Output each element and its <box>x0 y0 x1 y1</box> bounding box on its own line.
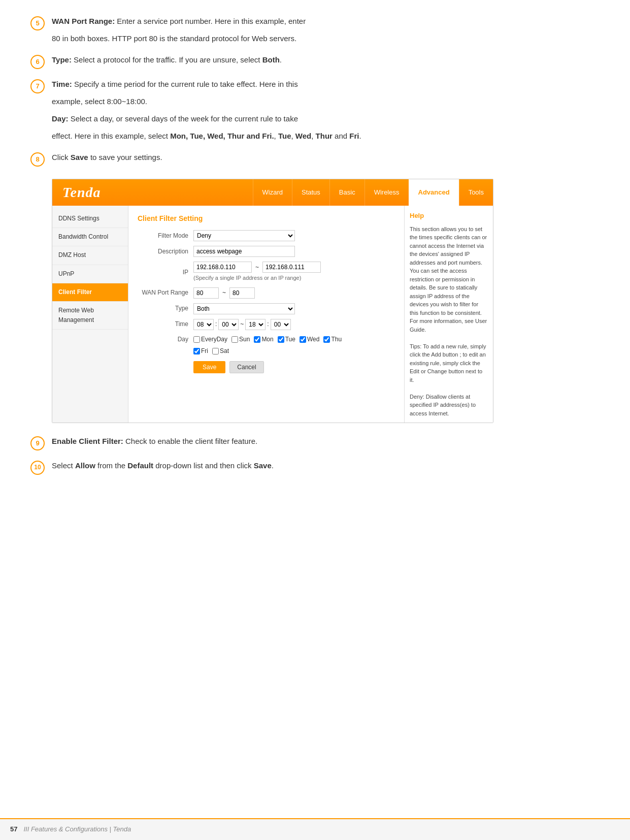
day-everyday-checkbox[interactable] <box>193 336 200 343</box>
day-mon-label: Mon <box>261 335 273 344</box>
wan-tilde: ~ <box>222 288 226 298</box>
router-body: DDNS Settings Bandwidth Control DMZ Host… <box>52 206 493 423</box>
button-row: Save Cancel <box>193 361 395 373</box>
day-sun-checkbox[interactable] <box>231 336 238 343</box>
step-9: 9 Enable Client Filter: Check to enable … <box>30 435 600 450</box>
ip-from-input[interactable] <box>193 262 252 273</box>
page: 5 WAN Port Range: Enter a service port n… <box>0 0 630 840</box>
step-7-text2: example, select 8:00~18:00. <box>52 95 600 108</box>
time-h1-select[interactable]: 08 <box>193 319 214 330</box>
sidebar-item-remote-web[interactable]: Remote Web Management <box>52 302 128 330</box>
day-tue-checkbox[interactable] <box>278 336 284 343</box>
router-help: Help This section allows you to set the … <box>404 206 493 423</box>
step-10-text3: drop-down list and then click <box>155 461 251 470</box>
day-fri: Fri <box>193 346 208 356</box>
nav-tab-tools[interactable]: Tools <box>459 179 493 206</box>
step-10-icon: 10 <box>30 461 45 475</box>
step-8-icon: 8 <box>30 152 45 167</box>
step-10-bold2: Default <box>127 461 153 470</box>
footer-text: III Features & Configurations | Tenda <box>23 824 131 835</box>
step-8-text2: to save your settings. <box>90 153 162 161</box>
form-row-wan-port: WAN Port Range ~ <box>138 287 395 299</box>
form-row-description: Description <box>138 246 395 257</box>
step-5-text1: Enter a service port number. Here in thi… <box>117 17 306 25</box>
time-m1-select[interactable]: 00 <box>218 319 239 330</box>
nav-tab-status[interactable]: Status <box>292 179 329 206</box>
router-header: Tenda Wizard Status Basic Wireless <box>52 179 493 206</box>
day-sat-label: Sat <box>220 346 229 356</box>
step-9-text: Check to enable the client filter featur… <box>125 437 257 445</box>
day-everyday-label: EveryDay <box>201 335 227 344</box>
day-wed-label: Wed <box>307 335 319 344</box>
step-7-label: Time: <box>52 80 72 88</box>
save-button[interactable]: Save <box>193 361 225 373</box>
ip-field: ~ (Specify a single IP address or an IP … <box>193 262 321 283</box>
step-7-day-text2: effect. Here in this example, select <box>52 132 168 140</box>
step-8: 8 Click Save to save your settings. <box>30 151 600 167</box>
description-field <box>193 246 295 257</box>
cancel-button[interactable]: Cancel <box>229 361 263 373</box>
description-label: Description <box>138 247 193 256</box>
step-6-icon: 6 <box>30 55 45 69</box>
time-m2-select[interactable]: 00 <box>271 319 291 330</box>
wan-port-from-input[interactable] <box>193 287 219 299</box>
day-tue: Tue <box>278 335 295 344</box>
form-row-day: Day EveryDay Sun <box>138 335 395 356</box>
wan-port-to-input[interactable] <box>229 287 255 299</box>
day-row-1: EveryDay Sun Mon <box>193 335 342 344</box>
step-9-text: Enable Client Filter: Check to enable th… <box>52 435 600 447</box>
step-10-bold3: Save <box>254 461 272 470</box>
day-mon-checkbox[interactable] <box>254 336 260 343</box>
day-fri-checkbox[interactable] <box>193 348 200 354</box>
step-7-icon: 7 <box>30 79 45 93</box>
day-sat-checkbox[interactable] <box>212 348 219 354</box>
nav-tab-wireless[interactable]: Wireless <box>364 179 409 206</box>
step-6-text: Select a protocol for the traffic. If yo… <box>74 55 260 64</box>
router-nav: Wizard Status Basic Wireless Advanced <box>253 179 493 206</box>
sidebar-item-client-filter[interactable]: Client Filter <box>52 283 128 302</box>
sidebar-item-dmz[interactable]: DMZ Host <box>52 246 128 265</box>
step-8-text1: Click <box>52 153 69 161</box>
step-8-text: Click Save to save your settings. <box>52 151 600 164</box>
nav-tab-wizard[interactable]: Wizard <box>253 179 292 206</box>
filter-mode-select[interactable]: Deny <box>193 230 295 241</box>
step-5-label: WAN Port Range: <box>52 17 115 25</box>
step-9-label: Enable Client Filter: <box>52 437 123 445</box>
step-10-text1: Select <box>52 461 73 470</box>
ip-tilde: ~ <box>255 263 259 272</box>
sidebar-item-upnp[interactable]: UPnP <box>52 265 128 283</box>
ip-range-row: ~ <box>193 262 321 273</box>
step-7-day-label: Day: <box>52 114 69 123</box>
wan-port-field: ~ <box>193 287 255 299</box>
step-5-text: WAN Port Range: Enter a service port num… <box>52 15 600 45</box>
nav-tab-basic[interactable]: Basic <box>329 179 364 206</box>
description-input[interactable] <box>193 246 295 257</box>
step-9-icon: 9 <box>30 436 45 450</box>
step-6: 6 Type: Select a protocol for the traffi… <box>30 54 600 69</box>
router-logo: Tenda <box>52 179 253 206</box>
ip-to-input[interactable] <box>262 262 321 273</box>
step-6-text: Type: Select a protocol for the traffic.… <box>52 54 600 66</box>
step-5: 5 WAN Port Range: Enter a service port n… <box>30 15 600 45</box>
step-10: 10 Select Allow from the Default drop-do… <box>30 460 600 475</box>
type-select[interactable]: Both <box>193 303 295 314</box>
time-sep2: : <box>267 319 269 329</box>
type-field: Both <box>193 303 295 314</box>
sidebar-item-bandwidth[interactable]: Bandwidth Control <box>52 228 128 246</box>
day-thu-checkbox[interactable] <box>323 336 330 343</box>
nav-tab-advanced[interactable]: Advanced <box>409 179 459 206</box>
day-thu: Thu <box>323 335 342 344</box>
step-7-text1: Specify a time period for the current ru… <box>74 80 298 88</box>
step-10-bold1: Allow <box>75 461 95 470</box>
day-wed-checkbox[interactable] <box>300 336 306 343</box>
step-5-icon: 5 <box>30 16 45 30</box>
time-h2-select[interactable]: 18 <box>245 319 266 330</box>
router-main: Client Filter Setting Filter Mode Deny D… <box>128 206 404 423</box>
router-sidebar: DDNS Settings Bandwidth Control DMZ Host… <box>52 206 128 423</box>
day-thu-label: Thu <box>331 335 342 344</box>
ip-label: IP <box>138 268 193 277</box>
filter-mode-label: Filter Mode <box>138 231 193 241</box>
content-area: 5 WAN Port Range: Enter a service port n… <box>30 15 600 525</box>
sidebar-item-ddns[interactable]: DDNS Settings <box>52 210 128 228</box>
step-6-label: Type: <box>52 55 72 64</box>
